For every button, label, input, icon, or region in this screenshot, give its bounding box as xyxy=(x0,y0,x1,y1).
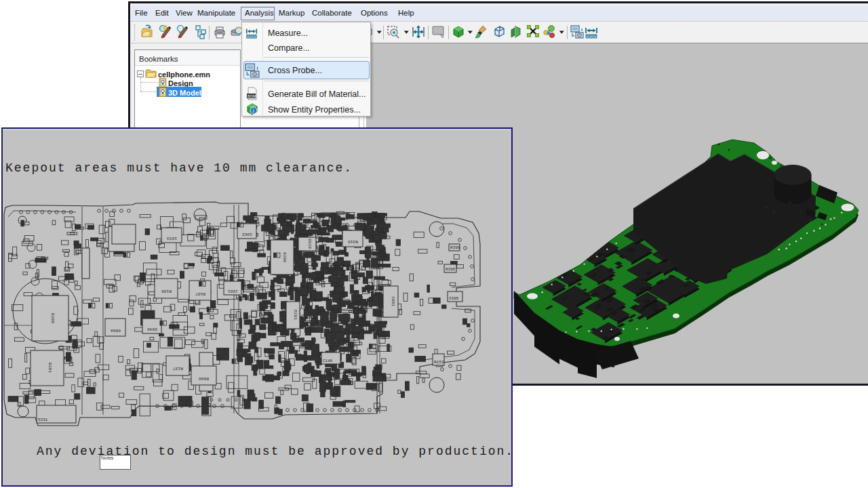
svg-text:R137: R137 xyxy=(173,366,183,371)
svg-text:1062: 1062 xyxy=(242,232,252,237)
svg-text:C186: C186 xyxy=(323,359,333,363)
svg-text:R395: R395 xyxy=(446,267,456,272)
svg-text:5331: 5331 xyxy=(38,418,48,422)
svg-text:096A: 096A xyxy=(111,328,121,333)
svg-text:B300: B300 xyxy=(50,313,55,323)
svg-text:X395: X395 xyxy=(449,296,459,301)
svg-text:1033: 1033 xyxy=(167,236,177,241)
svg-text:R399: R399 xyxy=(450,245,460,250)
svg-text:R153: R153 xyxy=(434,360,444,365)
svg-text:R980: R980 xyxy=(199,376,209,381)
svg-text:0940: 0940 xyxy=(147,327,157,331)
svg-text:B301: B301 xyxy=(47,363,52,373)
svg-text:1001: 1001 xyxy=(391,296,395,306)
svg-text:J201: J201 xyxy=(228,289,238,293)
svg-text:N310: N310 xyxy=(348,239,358,244)
svg-text:D201: D201 xyxy=(293,310,298,320)
svg-text:R107: R107 xyxy=(195,291,205,296)
svg-text:R105: R105 xyxy=(161,289,172,293)
svg-text:0200: 0200 xyxy=(282,252,287,262)
svg-text:0920: 0920 xyxy=(307,239,312,249)
svg-text:BOM: BOM xyxy=(248,94,256,98)
